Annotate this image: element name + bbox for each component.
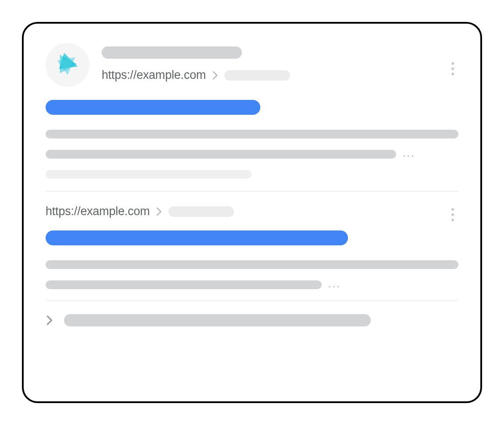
metadata-placeholder xyxy=(46,170,252,179)
site-name-placeholder xyxy=(102,46,242,59)
ellipsis-icon: ... xyxy=(328,281,341,286)
divider xyxy=(46,301,458,301)
snippet-line xyxy=(46,260,458,269)
ellipsis-icon: ... xyxy=(402,151,415,155)
more-options-button[interactable] xyxy=(450,206,456,223)
breadcrumb-placeholder xyxy=(224,70,290,81)
more-options-button[interactable] xyxy=(450,60,456,77)
snippet-line-row: ... xyxy=(46,280,458,289)
snippet-line xyxy=(46,280,322,289)
url-breadcrumb[interactable]: https://example.com xyxy=(46,205,458,218)
expand-label-placeholder xyxy=(64,314,371,326)
favicon xyxy=(46,43,89,87)
chevron-right-icon xyxy=(211,71,219,79)
snippet-line-row: ... xyxy=(46,150,458,159)
result-title-placeholder[interactable] xyxy=(46,230,348,245)
sitelink-result: https://example.com ... xyxy=(46,205,458,289)
search-result-card: https://example.com ... https://example.… xyxy=(22,22,482,403)
chevron-right-icon xyxy=(46,316,53,324)
divider xyxy=(46,191,458,191)
snippet-line xyxy=(46,150,396,159)
result-title-placeholder[interactable] xyxy=(46,100,260,115)
breadcrumb-placeholder xyxy=(168,206,234,217)
url-text[interactable]: https://example.com xyxy=(102,68,206,82)
url-breadcrumb[interactable]: https://example.com xyxy=(102,68,458,82)
snippet-line xyxy=(46,130,458,138)
play-star-icon xyxy=(55,51,80,78)
result-header: https://example.com xyxy=(46,43,458,87)
chevron-right-icon xyxy=(155,208,163,216)
url-text[interactable]: https://example.com xyxy=(46,205,150,218)
expand-row[interactable] xyxy=(46,314,458,326)
header-text-block: https://example.com xyxy=(102,43,458,82)
